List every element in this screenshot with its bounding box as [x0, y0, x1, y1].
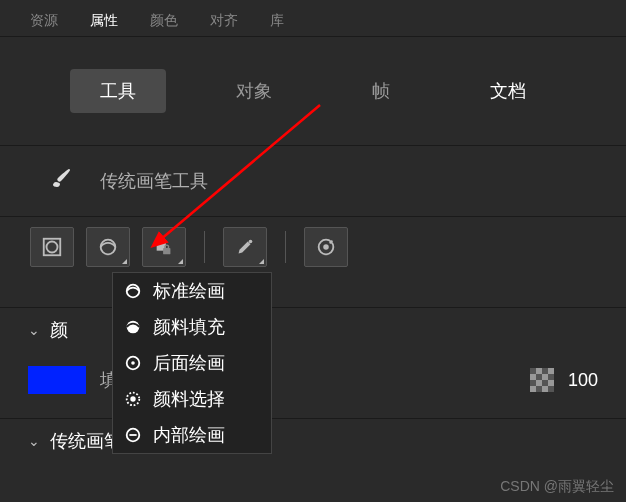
- lock-fill-button[interactable]: [142, 227, 186, 267]
- svg-point-10: [127, 321, 140, 334]
- mode-label: 颜料选择: [153, 387, 225, 411]
- separator: [204, 231, 205, 263]
- chevron-down-icon: ⌄: [28, 322, 40, 338]
- separator: [285, 231, 286, 263]
- chevron-down-icon: ⌄: [28, 433, 40, 449]
- opacity-checker-icon[interactable]: [530, 368, 554, 392]
- edit-mode-button[interactable]: [223, 227, 267, 267]
- subtab-tool[interactable]: 工具: [70, 69, 166, 113]
- fill-color-swatch[interactable]: [28, 366, 86, 394]
- brush-mode-flyout: 标准绘画 颜料填充 后面绘画 颜料选择 内部绘画: [112, 272, 272, 454]
- brush-mode-item-standard[interactable]: 标准绘画: [113, 273, 271, 309]
- mode-label: 颜料填充: [153, 315, 225, 339]
- tab-library[interactable]: 库: [254, 6, 300, 36]
- svg-point-2: [101, 240, 116, 255]
- svg-rect-5: [165, 245, 169, 249]
- dropdown-indicator-icon: [259, 259, 264, 264]
- tab-color[interactable]: 颜色: [134, 6, 194, 36]
- brush-icon: [50, 166, 74, 196]
- svg-point-9: [127, 285, 140, 298]
- mode-label: 内部绘画: [153, 423, 225, 447]
- fill-color-row: 填 100: [0, 352, 626, 408]
- section-title-color: 颜: [50, 318, 68, 342]
- svg-point-14: [130, 396, 135, 401]
- brush-mode-item-inside[interactable]: 内部绘画: [113, 417, 271, 453]
- subtab-document[interactable]: 文档: [460, 69, 556, 113]
- object-drawing-button[interactable]: [30, 227, 74, 267]
- dropdown-indicator-icon: [178, 259, 183, 264]
- tab-resources[interactable]: 资源: [14, 6, 74, 36]
- mode-inside-icon: [123, 425, 143, 445]
- properties-subtabs: 工具 对象 帧 文档: [0, 37, 626, 145]
- mode-paintselect-icon: [123, 389, 143, 409]
- mode-paintfill-icon: [123, 317, 143, 337]
- brush-mode-item-behind[interactable]: 后面绘画: [113, 345, 271, 381]
- mode-label: 后面绘画: [153, 351, 225, 375]
- svg-point-12: [131, 361, 135, 365]
- tab-align[interactable]: 对齐: [194, 6, 254, 36]
- color-section-header[interactable]: ⌄ 颜: [0, 308, 626, 352]
- brush-option-toolbar: [0, 217, 626, 307]
- mode-behind-icon: [123, 353, 143, 373]
- svg-point-1: [47, 242, 58, 253]
- opacity-value[interactable]: 100: [568, 370, 598, 391]
- subtab-object[interactable]: 对象: [206, 69, 302, 113]
- svg-point-8: [323, 244, 329, 250]
- watermark-text: CSDN @雨翼轻尘: [500, 478, 614, 496]
- tab-properties[interactable]: 属性: [74, 6, 134, 36]
- brush-mode-dropdown[interactable]: [86, 227, 130, 267]
- current-tool-row: 传统画笔工具: [0, 146, 626, 216]
- target-button[interactable]: [304, 227, 348, 267]
- top-panel-tabs: 资源 属性 颜色 对齐 库: [0, 0, 626, 37]
- mode-standard-icon: [123, 281, 143, 301]
- brush-mode-item-paintfill[interactable]: 颜料填充: [113, 309, 271, 345]
- subtab-frame[interactable]: 帧: [342, 69, 420, 113]
- brush-options-section-header[interactable]: ⌄ 传统画笔选项: [0, 419, 626, 463]
- current-tool-label: 传统画笔工具: [100, 169, 208, 193]
- svg-point-6: [249, 240, 253, 244]
- mode-label: 标准绘画: [153, 279, 225, 303]
- dropdown-indicator-icon: [122, 259, 127, 264]
- brush-mode-item-paintselect[interactable]: 颜料选择: [113, 381, 271, 417]
